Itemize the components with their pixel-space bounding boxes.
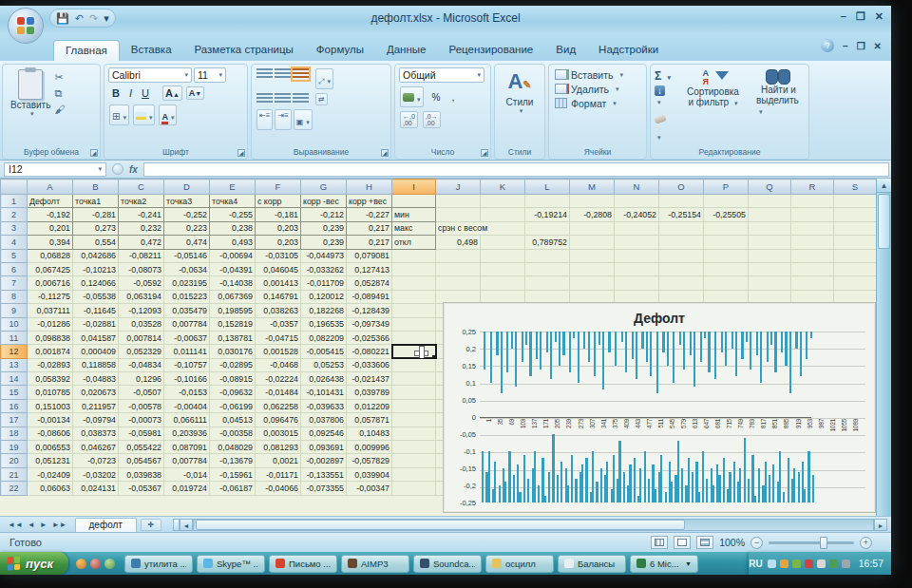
copy-icon[interactable]: ⧉: [54, 86, 65, 100]
zoom-slider[interactable]: [820, 537, 827, 549]
cell[interactable]: -0,0357: [256, 317, 301, 331]
cell[interactable]: [659, 262, 704, 275]
cell[interactable]: 0,03528: [119, 317, 164, 331]
cell[interactable]: -0,057829: [347, 454, 392, 467]
row-header-1[interactable]: 1: [1, 195, 28, 208]
cell[interactable]: 0,196535: [301, 317, 347, 331]
cell-I9[interactable]: [392, 304, 436, 317]
cell[interactable]: -0,02409: [28, 467, 73, 481]
cell[interactable]: 0,124066: [73, 276, 119, 290]
cell[interactable]: -0,227: [347, 208, 392, 221]
quick-launch-icon-2[interactable]: [90, 559, 101, 569]
cell[interactable]: 0,203: [256, 236, 301, 249]
cell[interactable]: [749, 208, 791, 221]
cell[interactable]: -0,128439: [347, 304, 392, 317]
cell[interactable]: -0,04834: [119, 358, 164, 371]
tray-icon-3[interactable]: [792, 560, 801, 568]
cell[interactable]: -0,11275: [28, 290, 73, 303]
ribbon-tab-6[interactable]: Рецензирование: [437, 40, 544, 61]
cell[interactable]: 0,1296: [119, 372, 164, 386]
cell[interactable]: [481, 208, 525, 221]
cell[interactable]: 0,239: [301, 236, 347, 249]
cell[interactable]: [615, 195, 659, 208]
cell-I7[interactable]: [392, 276, 436, 290]
cell[interactable]: -0,133551: [301, 467, 347, 481]
row-header-4[interactable]: 4: [1, 236, 28, 249]
cell[interactable]: -0,05981: [119, 427, 164, 440]
column-header-E[interactable]: E: [210, 180, 256, 195]
doc-minimize-button[interactable]: –: [843, 41, 848, 51]
row-header-21[interactable]: 21: [1, 467, 28, 481]
cell-min-0[interactable]: -0,19214: [525, 208, 570, 221]
cell[interactable]: -0,0634: [164, 262, 210, 275]
cell[interactable]: [481, 262, 525, 275]
cell[interactable]: [749, 276, 791, 290]
cell[interactable]: [525, 262, 570, 275]
cell[interactable]: точка1: [73, 195, 119, 208]
increase-indent-button[interactable]: ⇥≡: [275, 109, 291, 130]
cell[interactable]: -0,05538: [73, 290, 119, 303]
cell[interactable]: [791, 195, 834, 208]
column-header-R[interactable]: R: [791, 180, 834, 195]
ribbon-tab-7[interactable]: Вид: [544, 40, 587, 61]
cell[interactable]: [749, 221, 791, 235]
cell[interactable]: [749, 262, 791, 275]
align-right-button[interactable]: [293, 93, 309, 104]
cell[interactable]: -0,0153: [164, 386, 210, 399]
cell[interactable]: -0,255: [210, 208, 256, 221]
cut-icon[interactable]: ✂: [54, 70, 65, 84]
column-header-A[interactable]: A: [28, 180, 73, 195]
close-button[interactable]: ✕: [875, 10, 884, 23]
cell[interactable]: -0,181: [256, 208, 301, 221]
cell[interactable]: 0,217: [347, 221, 392, 235]
cell[interactable]: 0,048029: [210, 441, 256, 454]
column-header-Q[interactable]: Q: [749, 180, 791, 195]
taskbar-button-6[interactable]: осцилл: [485, 555, 554, 573]
ribbon-tab-5[interactable]: Данные: [375, 40, 438, 61]
number-dialog-launcher[interactable]: ◢: [481, 149, 488, 157]
doc-restore-button[interactable]: ❐: [857, 41, 865, 51]
taskbar-button-7[interactable]: Балансы: [558, 555, 626, 573]
cell[interactable]: [481, 276, 525, 290]
cell[interactable]: 0,010785: [28, 386, 73, 399]
cell-I2[interactable]: мин: [392, 208, 436, 221]
first-sheet-icon[interactable]: ◄◄: [8, 521, 23, 529]
column-header-S[interactable]: S: [834, 180, 877, 195]
cell[interactable]: 0,063194: [119, 290, 164, 303]
cell-min-2[interactable]: -0,24052: [615, 208, 659, 221]
sheet-tab[interactable]: дефолт: [75, 518, 137, 532]
cell[interactable]: -0,15961: [210, 467, 256, 481]
cell[interactable]: 0,093691: [301, 441, 347, 454]
cell[interactable]: -0,252: [164, 208, 210, 221]
cell[interactable]: 0,146791: [256, 290, 301, 303]
cell[interactable]: -0,241: [119, 208, 164, 221]
cell[interactable]: 0,474: [164, 236, 210, 249]
row-header-11[interactable]: 11: [1, 331, 28, 344]
column-header-K[interactable]: K: [481, 180, 525, 195]
cell[interactable]: 0,007814: [119, 331, 164, 344]
column-header-J[interactable]: J: [436, 180, 481, 195]
cell[interactable]: 0,096476: [256, 413, 301, 427]
quick-launch-icon-1[interactable]: [76, 559, 86, 569]
cell[interactable]: -0,097349: [347, 317, 392, 331]
cell[interactable]: -0,212: [301, 208, 347, 221]
cell[interactable]: 0,0021: [256, 454, 301, 467]
formula-input[interactable]: [143, 162, 889, 177]
cell[interactable]: 0,057871: [347, 413, 392, 427]
cell[interactable]: -0,021437: [347, 372, 392, 386]
cell[interactable]: 0,003015: [256, 427, 301, 440]
start-button[interactable]: пуск: [0, 552, 68, 575]
page-layout-view-button[interactable]: [674, 536, 691, 549]
cell[interactable]: -0,11645: [73, 304, 119, 317]
cell[interactable]: 0,06063: [28, 482, 73, 495]
row-header-6[interactable]: 6: [1, 262, 28, 275]
chart[interactable]: Дефолт 0,250,20,150,10,050-0,05-0,1-0,15…: [443, 302, 876, 513]
cell[interactable]: [791, 262, 834, 275]
cell[interactable]: -0,04715: [256, 331, 301, 344]
cell[interactable]: -0,09794: [73, 413, 119, 427]
horizontal-scrollbar[interactable]: ◄ ►: [173, 519, 887, 531]
cell[interactable]: -0,13679: [210, 454, 256, 467]
cell[interactable]: [615, 276, 659, 290]
cell-I3[interactable]: макс: [392, 221, 436, 235]
tray-icon-7[interactable]: [842, 560, 850, 568]
